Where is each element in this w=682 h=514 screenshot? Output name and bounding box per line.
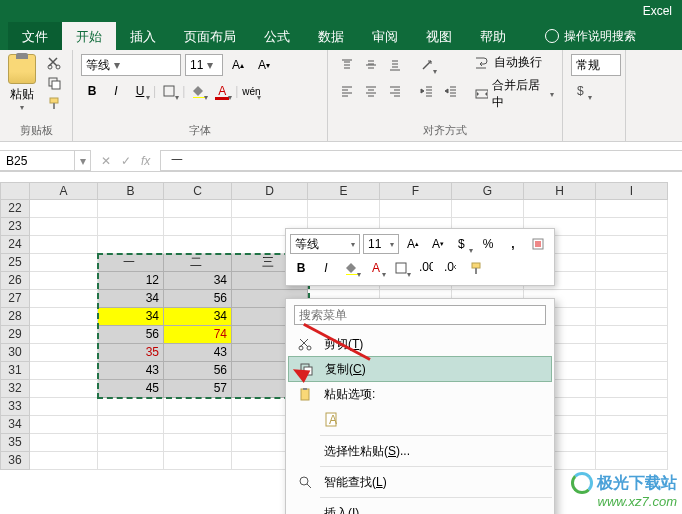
tab-view[interactable]: 视图 bbox=[412, 22, 466, 50]
select-all-cell[interactable] bbox=[0, 182, 30, 200]
cell[interactable] bbox=[30, 218, 98, 236]
mini-dec-decimal[interactable]: .0 bbox=[440, 257, 462, 279]
menu-insert[interactable]: 插入(I)... bbox=[288, 500, 552, 514]
row-header[interactable]: 27 bbox=[0, 290, 30, 308]
cell[interactable] bbox=[524, 200, 596, 218]
number-format-combo[interactable]: 常规 bbox=[571, 54, 621, 76]
row-header[interactable]: 23 bbox=[0, 218, 30, 236]
tab-page-layout[interactable]: 页面布局 bbox=[170, 22, 250, 50]
cell[interactable] bbox=[30, 308, 98, 326]
phonetic-button[interactable]: wén bbox=[240, 80, 262, 102]
align-right-button[interactable] bbox=[384, 80, 406, 102]
cell[interactable] bbox=[98, 416, 164, 434]
mini-format-painter[interactable] bbox=[465, 257, 487, 279]
mini-percent[interactable]: % bbox=[477, 233, 499, 255]
cell[interactable] bbox=[596, 398, 668, 416]
row-header[interactable]: 36 bbox=[0, 452, 30, 470]
cell[interactable]: 二 bbox=[164, 254, 232, 272]
cell[interactable] bbox=[164, 434, 232, 452]
increase-indent-button[interactable] bbox=[440, 80, 462, 102]
paste-icon[interactable] bbox=[8, 54, 36, 84]
col-header[interactable]: B bbox=[98, 182, 164, 200]
cell[interactable] bbox=[30, 326, 98, 344]
cell[interactable]: 34 bbox=[98, 308, 164, 326]
cell[interactable]: 43 bbox=[164, 344, 232, 362]
mini-increase-font[interactable]: A▴ bbox=[402, 233, 424, 255]
cell[interactable] bbox=[596, 434, 668, 452]
cancel-formula-icon[interactable]: ✕ bbox=[101, 154, 111, 168]
row-header[interactable]: 34 bbox=[0, 416, 30, 434]
row-header[interactable]: 22 bbox=[0, 200, 30, 218]
align-middle-button[interactable] bbox=[360, 54, 382, 76]
menu-paste-option-default[interactable]: A bbox=[288, 407, 552, 433]
cell[interactable]: 57 bbox=[164, 380, 232, 398]
format-painter-button[interactable] bbox=[44, 94, 64, 112]
menu-cut[interactable]: 剪切(T) bbox=[288, 331, 552, 357]
fill-color-button[interactable] bbox=[187, 80, 209, 102]
mini-font-combo[interactable]: 等线▾ bbox=[290, 234, 360, 254]
cell[interactable] bbox=[98, 200, 164, 218]
cell[interactable] bbox=[596, 200, 668, 218]
cell[interactable] bbox=[98, 218, 164, 236]
cell[interactable] bbox=[30, 434, 98, 452]
cell[interactable] bbox=[452, 200, 524, 218]
accounting-format-button[interactable]: $ bbox=[571, 80, 593, 102]
decrease-font-button[interactable]: A▾ bbox=[253, 54, 275, 76]
align-top-button[interactable] bbox=[336, 54, 358, 76]
mini-decrease-font[interactable]: A▾ bbox=[427, 233, 449, 255]
menu-copy[interactable]: 复制(C) bbox=[288, 356, 552, 382]
cell[interactable] bbox=[596, 218, 668, 236]
cell[interactable]: 56 bbox=[98, 326, 164, 344]
cell[interactable] bbox=[30, 236, 98, 254]
row-header[interactable]: 28 bbox=[0, 308, 30, 326]
font-size-combo[interactable]: 11▾ bbox=[185, 54, 223, 76]
cell[interactable]: 34 bbox=[164, 308, 232, 326]
mini-inc-decimal[interactable]: .00 bbox=[415, 257, 437, 279]
tab-data[interactable]: 数据 bbox=[304, 22, 358, 50]
cell[interactable]: 34 bbox=[164, 272, 232, 290]
align-center-button[interactable] bbox=[360, 80, 382, 102]
cell[interactable] bbox=[30, 416, 98, 434]
cell[interactable] bbox=[596, 344, 668, 362]
cell[interactable]: 一 bbox=[98, 254, 164, 272]
formula-bar[interactable]: 一 bbox=[161, 150, 682, 171]
row-header[interactable]: 35 bbox=[0, 434, 30, 452]
cell[interactable] bbox=[308, 200, 380, 218]
cell[interactable]: 56 bbox=[164, 290, 232, 308]
cell[interactable] bbox=[164, 236, 232, 254]
row-header[interactable]: 31 bbox=[0, 362, 30, 380]
cell[interactable] bbox=[596, 326, 668, 344]
col-header[interactable]: E bbox=[308, 182, 380, 200]
col-header[interactable]: H bbox=[524, 182, 596, 200]
cell[interactable] bbox=[30, 290, 98, 308]
cell[interactable] bbox=[596, 272, 668, 290]
cell[interactable] bbox=[30, 200, 98, 218]
tab-insert[interactable]: 插入 bbox=[116, 22, 170, 50]
cut-button[interactable] bbox=[44, 54, 64, 72]
mini-cond-format[interactable] bbox=[527, 233, 549, 255]
cell[interactable]: 34 bbox=[98, 290, 164, 308]
cell[interactable] bbox=[30, 362, 98, 380]
align-left-button[interactable] bbox=[336, 80, 358, 102]
cell[interactable]: 74 bbox=[164, 326, 232, 344]
mini-comma[interactable]: , bbox=[502, 233, 524, 255]
cell[interactable] bbox=[30, 398, 98, 416]
merge-center-button[interactable]: 合并后居中 ▾ bbox=[474, 77, 554, 111]
cell[interactable] bbox=[30, 380, 98, 398]
bold-button[interactable]: B bbox=[81, 80, 103, 102]
font-name-combo[interactable]: 等线▾ bbox=[81, 54, 181, 76]
col-header[interactable]: F bbox=[380, 182, 452, 200]
cell[interactable]: 12 bbox=[98, 272, 164, 290]
cell[interactable] bbox=[30, 452, 98, 470]
cell[interactable]: 35 bbox=[98, 344, 164, 362]
cell[interactable] bbox=[98, 236, 164, 254]
col-header[interactable]: I bbox=[596, 182, 668, 200]
mini-border[interactable] bbox=[390, 257, 412, 279]
cell[interactable] bbox=[98, 398, 164, 416]
row-header[interactable]: 29 bbox=[0, 326, 30, 344]
name-box-dropdown[interactable]: ▾ bbox=[75, 150, 91, 171]
underline-button[interactable]: U bbox=[129, 80, 151, 102]
col-header[interactable]: G bbox=[452, 182, 524, 200]
mini-fill-color[interactable] bbox=[340, 257, 362, 279]
tab-home[interactable]: 开始 bbox=[62, 22, 116, 50]
